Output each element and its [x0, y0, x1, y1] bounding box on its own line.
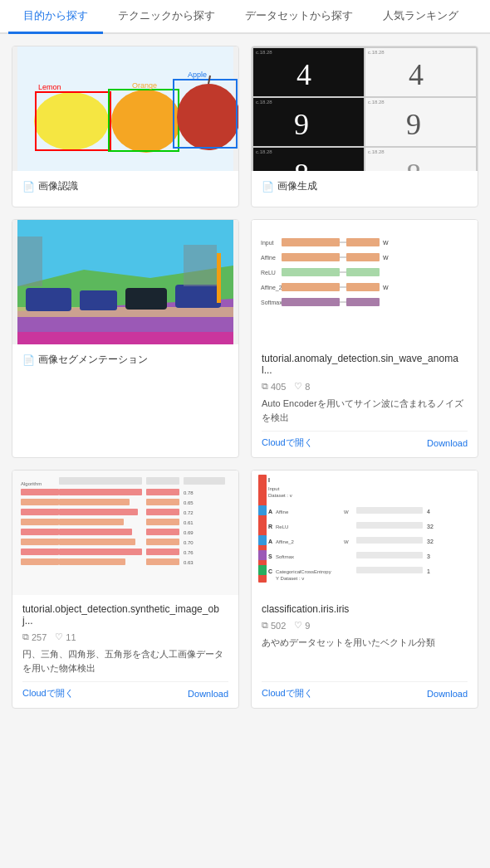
card-actions-anomaly: Cloudで開く Download: [262, 431, 468, 449]
svg-rect-118: [356, 567, 423, 573]
svg-text:Affine: Affine: [261, 255, 276, 261]
svg-text:0.70: 0.70: [184, 540, 194, 545]
card-title-generation: 📄 画像生成: [262, 179, 468, 193]
card-image-mnist: c.18.28 4 c.18.28 4 c.18.28 9 c.18.28 9 …: [252, 46, 478, 171]
card-title-object: tutorial.object_detection.synthetic_imag…: [22, 603, 228, 627]
svg-rect-82: [146, 549, 179, 555]
card-title-segmentation: 📄 画像セグメンテーション: [22, 353, 228, 367]
svg-text:0.72: 0.72: [184, 510, 194, 515]
svg-rect-103: [258, 535, 267, 545]
svg-text:8: 8: [294, 158, 309, 171]
copy-icon-iris: ⧉: [262, 620, 268, 631]
tab-purpose[interactable]: 目的から探す: [8, 0, 103, 34]
svg-text:I: I: [268, 477, 270, 483]
svg-rect-74: [146, 529, 179, 535]
svg-text:8: 8: [406, 158, 421, 171]
svg-rect-27: [184, 245, 217, 286]
svg-text:Dataset : v: Dataset : v: [268, 493, 292, 498]
tab-technique[interactable]: テクニックから探す: [103, 0, 230, 34]
svg-rect-32: [282, 253, 340, 261]
svg-text:3: 3: [427, 553, 430, 559]
card-body-recognition: 📄 画像認識: [12, 171, 238, 207]
cloud-link-iris[interactable]: Cloudで開く: [262, 687, 313, 700]
card-image-nn: Input Affine ReLU Affine_2 Softmax W W: [252, 220, 478, 344]
cloud-link-anomaly[interactable]: Cloudで開く: [262, 436, 313, 449]
card-iris: I Input Dataset : v A Affine W 4 R ReLU …: [251, 470, 478, 709]
svg-text:1: 1: [427, 568, 430, 574]
svg-rect-101: [356, 522, 423, 529]
likes-anomaly: ♡ 8: [294, 381, 310, 392]
download-link-object[interactable]: Download: [188, 689, 228, 699]
card-segmentation: 📄 画像セグメンテーション: [12, 219, 239, 458]
card-anomaly-detection: Input Affine ReLU Affine_2 Softmax W W: [251, 219, 478, 458]
tab-ranking[interactable]: 人気ランキング: [368, 0, 473, 34]
card-title-anomaly: tutorial.anomaly_detection.sin_wave_anom…: [262, 353, 468, 376]
svg-text:0.69: 0.69: [184, 530, 194, 535]
svg-rect-85: [59, 558, 125, 565]
svg-text:Y Dataset : v: Y Dataset : v: [276, 576, 304, 581]
svg-text:W: W: [344, 539, 349, 544]
card-body-object: tutorial.object_detection.synthetic_imag…: [12, 595, 238, 708]
svg-rect-21: [26, 288, 71, 311]
svg-rect-109: [258, 550, 267, 560]
card-image-fruit: Lemon Orange Apple: [12, 46, 238, 171]
folder-icon-generation: 📄: [262, 181, 274, 193]
svg-text:9: 9: [406, 108, 421, 141]
svg-text:0.76: 0.76: [184, 550, 194, 555]
card-body-segmentation: 📄 画像セグメンテーション: [12, 344, 238, 457]
svg-rect-40: [346, 253, 380, 261]
svg-point-4: [111, 90, 181, 153]
svg-text:0.61: 0.61: [184, 520, 194, 525]
svg-rect-64: [21, 509, 59, 515]
svg-text:Input: Input: [268, 486, 280, 491]
svg-rect-55: [184, 477, 225, 485]
svg-rect-86: [146, 558, 179, 565]
tab-dataset[interactable]: データセットから探す: [230, 0, 368, 34]
svg-point-1: [34, 92, 109, 150]
card-desc-object: 円、三角、四角形、五角形を含む人工画像データを用いた物体検出: [22, 647, 228, 675]
svg-text:R: R: [268, 524, 272, 529]
download-link-iris[interactable]: Download: [427, 689, 468, 699]
svg-rect-66: [146, 509, 179, 515]
folder-icon-recognition: 📄: [22, 181, 35, 193]
svg-rect-70: [146, 519, 179, 525]
svg-rect-28: [17, 332, 233, 344]
cloud-link-object[interactable]: Cloudで開く: [22, 687, 74, 700]
svg-rect-77: [59, 539, 135, 545]
likes-iris: ♡ 9: [294, 620, 310, 631]
svg-text:Apple: Apple: [188, 71, 207, 79]
card-meta-iris: ⧉ 502 ♡ 9: [262, 620, 468, 631]
views-object: ⧉ 257: [22, 631, 47, 642]
card-image-iris: I Input Dataset : v A Affine W 4 R ReLU …: [252, 471, 478, 595]
card-title-iris: classification.iris.iris: [262, 603, 468, 615]
svg-rect-24: [175, 285, 221, 308]
svg-text:32: 32: [427, 539, 434, 544]
heart-icon-anomaly: ♡: [294, 381, 302, 392]
card-actions-object: Cloudで開く Download: [22, 681, 228, 700]
svg-rect-38: [282, 298, 340, 306]
svg-rect-65: [59, 509, 138, 515]
svg-text:32: 32: [427, 524, 434, 529]
svg-text:ReLU: ReLU: [261, 270, 276, 276]
likes-object: ♡ 11: [55, 631, 76, 642]
card-meta-object: ⧉ 257 ♡ 11: [22, 631, 228, 642]
svg-rect-68: [21, 519, 59, 525]
svg-text:4: 4: [296, 58, 311, 91]
svg-rect-98: [258, 520, 267, 530]
copy-icon-object: ⧉: [22, 631, 29, 642]
svg-text:C: C: [268, 568, 272, 574]
folder-icon-segmentation: 📄: [22, 354, 35, 366]
svg-text:W: W: [344, 510, 349, 514]
svg-rect-62: [146, 499, 179, 505]
heart-icon-object: ♡: [55, 631, 63, 642]
svg-text:0.78: 0.78: [184, 490, 194, 495]
card-image-table: Algorithm 0.78 0.65 0.72 0.61: [12, 471, 238, 595]
svg-rect-56: [21, 489, 59, 495]
svg-text:Affine_2: Affine_2: [261, 285, 282, 291]
download-link-anomaly[interactable]: Download: [427, 438, 468, 448]
svg-point-7: [177, 84, 238, 150]
card-image-segmentation: [12, 220, 238, 344]
svg-rect-30: [282, 238, 340, 246]
svg-rect-26: [17, 237, 42, 286]
svg-rect-57: [59, 489, 142, 495]
